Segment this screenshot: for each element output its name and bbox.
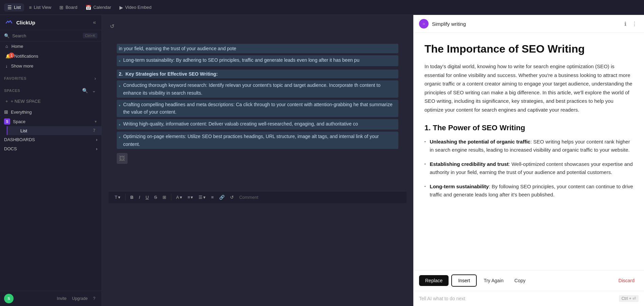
ai-bullet-item-1: • Establishing credibility and trust: We… — [424, 160, 633, 176]
editor-panel: ↺ in your field, earning the trust of yo… — [102, 15, 413, 306]
ai-section-title: 1. The Power of SEO Writing — [424, 123, 633, 132]
list-icon: ☰ — [7, 5, 12, 10]
ai-try-again-button[interactable]: Try Again — [479, 275, 508, 286]
refresh-button[interactable]: ↺ — [109, 22, 116, 31]
docs-label: DOCS — [4, 146, 17, 151]
favorites-label: FAVORITES — [4, 76, 26, 80]
ai-panel-footer: Replace Insert Try Again Copy Discard Ct… — [414, 270, 644, 306]
listview-icon: ≡ — [29, 5, 32, 10]
new-space-button[interactable]: + + NEW SPACE — [1, 97, 100, 106]
sidebar-item-show-more[interactable]: ↓ Show more — [1, 61, 100, 71]
color-dropdown-icon: ▾ — [180, 195, 182, 200]
app-logo: ClickUp — [4, 18, 35, 27]
toolbar-strikethrough-button[interactable]: S — [152, 193, 159, 201]
toolbar-list2-button[interactable]: ≡ — [209, 193, 216, 201]
dashboards-label: DASHBOARDS — [4, 137, 35, 142]
grid-icon: ⊞ — [4, 109, 8, 115]
ai-replace-button[interactable]: Replace — [419, 275, 449, 286]
toolbar-table-button[interactable]: ⊞ — [160, 193, 168, 201]
ai-bullet-dot-0: • — [424, 139, 426, 154]
underline-icon: U — [146, 195, 149, 200]
main-layout: ClickUp « 🔍 Search Ctrl+K ⌂ Home 🔔 1 Not… — [0, 15, 644, 306]
tab-listview[interactable]: ≡ List View — [25, 3, 55, 12]
ai-insert-button[interactable]: Insert — [451, 274, 477, 287]
ai-intro-paragraph: In today's digital world, knowing how to… — [424, 62, 633, 114]
invite-button[interactable]: Invite — [55, 295, 69, 302]
ai-input-bar: Ctrl + ⏎ — [414, 291, 644, 306]
toolbar-comment-button[interactable]: Comment — [237, 193, 260, 201]
ai-panel-title: Simplify writing — [432, 21, 620, 27]
help-button[interactable]: ? — [91, 295, 97, 302]
tab-calendar-label: Calendar — [93, 5, 111, 10]
ai-bullet-bold-2: Long-term sustainability — [430, 184, 489, 189]
tab-list[interactable]: ☰ List — [4, 3, 24, 12]
tab-list-label: List — [14, 5, 21, 10]
toolbar-align-button[interactable]: ≡ ▾ — [186, 193, 195, 201]
toolbar-underline-button[interactable]: U — [144, 193, 151, 201]
sidebar-collapse-button[interactable]: « — [92, 18, 97, 27]
tab-listview-label: List View — [34, 5, 51, 10]
doc-bullet-text-5: Optimizing on-page elements: Utilize SEO… — [123, 133, 396, 148]
favorites-chevron-button[interactable]: › — [93, 75, 97, 82]
ai-more-button[interactable]: ⋮ — [630, 19, 639, 28]
search-shortcut: Ctrl+K — [83, 33, 97, 38]
upgrade-button[interactable]: Upgrade — [70, 295, 90, 302]
ai-info-button[interactable]: ℹ — [623, 19, 628, 28]
ai-bullet-dot-2: • — [424, 184, 426, 199]
sidebar-search[interactable]: 🔍 Search Ctrl+K — [0, 30, 101, 41]
sidebar-item-home[interactable]: ⌂ Home — [1, 41, 100, 51]
toolbar-sep-2 — [171, 194, 171, 200]
ai-bullet-bold-0: Unleashing the potential of organic traf… — [430, 139, 531, 145]
text-format-icon: T — [115, 195, 117, 200]
ai-bullet-item-0: • Unleashing the potential of organic tr… — [424, 138, 633, 154]
search-placeholder-text: Search — [12, 33, 26, 38]
ai-header-actions: ℹ ⋮ — [623, 19, 639, 28]
editor-toolbar: T ▾ B I U S ⊞ — [109, 191, 406, 203]
ai-discard-button[interactable]: Discard — [614, 275, 639, 286]
search-icon: 🔍 — [4, 33, 10, 38]
sidebar-item-space[interactable]: S Space ▼ — [0, 117, 101, 126]
show-more-label: Show more — [11, 63, 34, 69]
toolbar-undo-button[interactable]: ↺ — [228, 193, 236, 201]
ai-bullet-text-0: Unleashing the potential of organic traf… — [430, 138, 633, 154]
doc-intro-line: in your field, earning the trust of your… — [117, 44, 398, 53]
tab-videoembed[interactable]: ▶ Video Embed — [116, 3, 155, 12]
new-space-label: + NEW SPACE — [11, 99, 41, 104]
notification-badge: 1 — [9, 53, 14, 58]
space-name: Space — [13, 119, 25, 124]
clickup-logo-icon — [4, 18, 14, 27]
toolbar-text-button[interactable]: T ▾ — [113, 193, 122, 201]
toolbar-list-button[interactable]: ☰ ▾ — [196, 193, 208, 201]
tab-board[interactable]: ⊞ Board — [56, 3, 81, 12]
spaces-search-button[interactable]: 🔍 — [81, 87, 89, 94]
toolbar-italic-button[interactable]: I — [137, 193, 142, 201]
spaces-section: SPACES 🔍 ⌄ — [0, 83, 101, 95]
doc-intro-text: in your field, earning the trust of your… — [119, 45, 236, 52]
sidebar-item-notifications[interactable]: 🔔 1 Notifications — [1, 51, 100, 61]
ai-input-shortcut: Ctrl + ⏎ — [619, 295, 639, 302]
favorites-section: FAVORITES › — [0, 71, 101, 83]
sidebar-item-everything[interactable]: ⊞ Everything — [0, 107, 101, 117]
dashboards-section[interactable]: DASHBOARDS › — [0, 135, 101, 144]
home-label: Home — [12, 44, 23, 49]
sidebar-item-list[interactable]: List 7 — [7, 126, 101, 135]
ai-chat-input[interactable] — [419, 296, 615, 301]
toolbar-color-button[interactable]: A ▾ — [174, 193, 184, 201]
document-content: in your field, earning the trust of your… — [109, 35, 406, 191]
ai-bullet-dot-1: • — [424, 161, 426, 176]
toolbar-link-button[interactable]: 🔗 — [217, 193, 227, 201]
ai-copy-button[interactable]: Copy — [510, 275, 530, 286]
ai-main-title: The Importance of SEO Writing — [424, 42, 633, 55]
chevron-down-icon: ↓ — [5, 63, 8, 69]
docs-section[interactable]: DOCS › — [0, 144, 101, 153]
spaces-expand-button[interactable]: ⌄ — [91, 87, 97, 94]
docs-expand-icon: › — [96, 146, 97, 151]
notifications-label: Notifications — [14, 54, 38, 59]
ai-bullet-item-2: • Long-term sustainability: By following… — [424, 183, 633, 199]
sidebar-header: ClickUp « — [0, 15, 101, 30]
calendar-icon: 📅 — [86, 5, 91, 10]
tab-calendar[interactable]: 📅 Calendar — [82, 3, 115, 12]
toolbar-bold-button[interactable]: B — [128, 193, 135, 201]
favorites-actions: › — [93, 75, 97, 82]
text-dropdown-icon: ▾ — [118, 195, 120, 200]
